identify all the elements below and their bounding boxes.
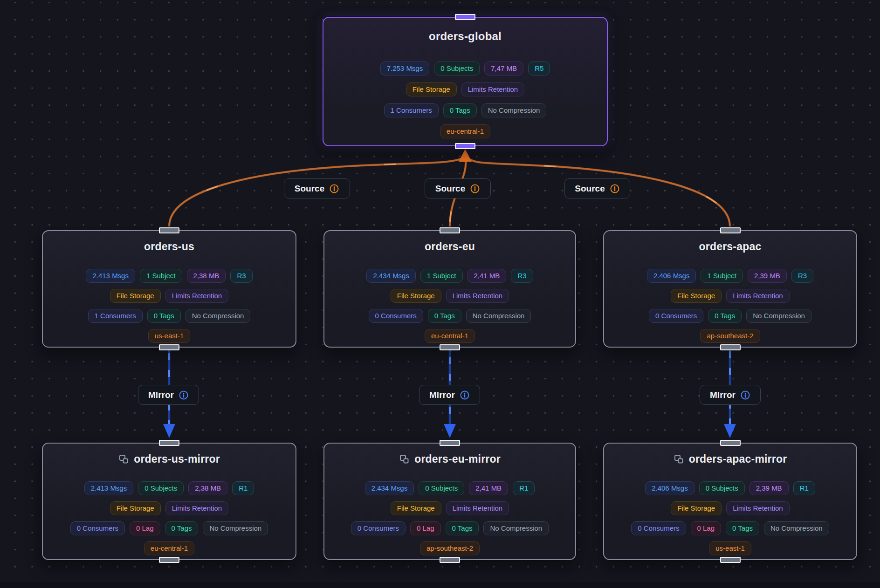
badge-consumers: 0 Consumers bbox=[351, 521, 406, 535]
badge-row: us-east-1 bbox=[709, 541, 751, 555]
badge-rows: 2.413 Msgs0 Subjects2,38 MBR1File Storag… bbox=[70, 481, 268, 555]
connection-handle-top[interactable] bbox=[440, 227, 460, 233]
badge-rows: 2.434 Msgs0 Subjects2,41 MBR1File Storag… bbox=[351, 481, 549, 555]
badge-mb: 2,39 MB bbox=[749, 481, 789, 495]
edge-label-text: Source bbox=[435, 184, 465, 194]
connection-handle-top[interactable] bbox=[440, 440, 460, 446]
badge-region: ap-southeast-2 bbox=[700, 329, 760, 343]
badge-storage: File Storage bbox=[391, 501, 441, 515]
badge-lag: 0 Lag bbox=[130, 521, 160, 535]
badge-msgs: 2.413 Msgs bbox=[86, 269, 135, 283]
stream-node-orders-eu[interactable]: orders-eu 2.434 Msgs1 Subject2,41 MBR3Fi… bbox=[323, 230, 576, 348]
badge-row: eu-central-1 bbox=[144, 541, 194, 555]
info-icon[interactable] bbox=[610, 184, 620, 194]
stream-node-orders-us-mirror[interactable]: orders-us-mirror 2.413 Msgs0 Subjects2,3… bbox=[42, 443, 296, 560]
connection-handle-bottom[interactable] bbox=[720, 344, 741, 350]
badge-rows: 2.413 Msgs1 Subject2,38 MBR3File Storage… bbox=[86, 269, 252, 343]
connection-handle-top[interactable] bbox=[720, 440, 741, 446]
connection-handle-bottom[interactable] bbox=[159, 344, 179, 350]
badge-tags: 0 Tags bbox=[428, 309, 461, 323]
badge-tags: 0 Tags bbox=[708, 309, 742, 323]
connection-handle-top[interactable] bbox=[159, 227, 179, 233]
badge-msgs: 7.253 Msgs bbox=[380, 62, 430, 75]
badge-replicas: R3 bbox=[230, 269, 252, 283]
badge-rows: 7.253 Msgs0 Subjects7,47 MBR5File Storag… bbox=[380, 62, 550, 138]
info-icon[interactable] bbox=[740, 390, 750, 400]
edge-label-source-middle[interactable]: Source bbox=[425, 178, 491, 198]
badge-row: 0 Consumers0 TagsNo Compression bbox=[649, 309, 811, 323]
node-title: orders-global bbox=[429, 30, 502, 43]
stream-node-orders-apac-mirror[interactable]: orders-apac-mirror 2.406 Msgs0 Subjects2… bbox=[603, 443, 857, 560]
badge-region: eu-central-1 bbox=[144, 541, 194, 555]
badge-region: ap-southeast-2 bbox=[420, 541, 480, 555]
badge-rows: 2.434 Msgs1 Subject2,41 MBR3File Storage… bbox=[366, 269, 533, 343]
badge-msgs: 2.434 Msgs bbox=[366, 269, 416, 283]
badge-compression: No Compression bbox=[746, 309, 811, 323]
connection-handle-bottom[interactable] bbox=[440, 557, 460, 563]
connection-handle-bottom[interactable] bbox=[159, 557, 179, 563]
badge-tags: 0 Tags bbox=[165, 521, 199, 535]
edge-label-mirror-right[interactable]: Mirror bbox=[700, 385, 761, 405]
connection-handle-bottom[interactable] bbox=[440, 344, 460, 350]
badge-storage: File Storage bbox=[671, 501, 722, 515]
badge-row: 2.413 Msgs0 Subjects2,38 MBR1 bbox=[84, 481, 254, 495]
badge-consumers: 0 Consumers bbox=[70, 521, 125, 535]
badge-mb: 2,39 MB bbox=[748, 269, 787, 283]
badge-replicas: R3 bbox=[511, 269, 533, 283]
badge-row: 0 Consumers0 Lag0 TagsNo Compression bbox=[351, 521, 549, 535]
badge-subjects: 0 Subjects bbox=[699, 481, 745, 495]
node-title: orders-us bbox=[144, 240, 194, 253]
graph-canvas[interactable]: Source Source Source Mirror Mirror bbox=[0, 0, 880, 588]
badge-retention: Limits Retention bbox=[446, 501, 509, 515]
edge-label-mirror-left[interactable]: Mirror bbox=[138, 385, 199, 405]
badge-subjects: 1 Subject bbox=[140, 269, 182, 283]
badge-mb: 7,47 MB bbox=[484, 62, 523, 75]
badge-row: us-east-1 bbox=[148, 329, 191, 343]
badge-row: File StorageLimits Retention bbox=[110, 501, 228, 515]
connection-handle-bottom[interactable] bbox=[720, 557, 741, 563]
badge-msgs: 2.434 Msgs bbox=[365, 481, 414, 495]
edge-label-mirror-middle[interactable]: Mirror bbox=[419, 385, 480, 405]
badge-subjects: 0 Subjects bbox=[434, 62, 480, 75]
mirror-arrowhead-left bbox=[163, 424, 175, 438]
badge-rows: 2.406 Msgs1 Subject2,39 MBR3File Storage… bbox=[647, 269, 813, 343]
edge-label-text: Source bbox=[295, 184, 324, 194]
connection-handle-bottom[interactable] bbox=[455, 143, 475, 149]
badge-consumers: 1 Consumers bbox=[88, 309, 143, 323]
badge-row: File StorageLimits Retention bbox=[406, 82, 524, 96]
info-icon[interactable] bbox=[470, 184, 480, 194]
badge-mb: 2,38 MB bbox=[187, 269, 226, 283]
source-arrowhead bbox=[459, 149, 472, 162]
badge-mb: 2,41 MB bbox=[468, 269, 507, 283]
connection-handle-top[interactable] bbox=[720, 227, 741, 233]
badge-msgs: 2.413 Msgs bbox=[84, 481, 134, 495]
node-title: orders-eu bbox=[425, 240, 475, 253]
badge-msgs: 2.406 Msgs bbox=[645, 481, 694, 495]
viewport-bottom-edge bbox=[0, 582, 880, 588]
badge-compression: No Compression bbox=[466, 309, 531, 323]
info-icon[interactable] bbox=[329, 184, 339, 194]
edge-label-source-left[interactable]: Source bbox=[284, 178, 350, 198]
stream-node-orders-global[interactable]: orders-global 7.253 Msgs0 Subjects7,47 M… bbox=[323, 17, 608, 146]
badge-row: ap-southeast-2 bbox=[700, 329, 760, 343]
connection-handle-top[interactable] bbox=[159, 440, 179, 446]
badge-row: 2.406 Msgs1 Subject2,39 MBR3 bbox=[647, 269, 813, 283]
badge-compression: No Compression bbox=[186, 309, 251, 323]
badge-retention: Limits Retention bbox=[165, 501, 229, 515]
stream-node-orders-apac[interactable]: orders-apac 2.406 Msgs1 Subject2,39 MBR3… bbox=[603, 230, 857, 348]
stream-node-orders-eu-mirror[interactable]: orders-eu-mirror 2.434 Msgs0 Subjects2,4… bbox=[323, 443, 576, 560]
stream-node-orders-us[interactable]: orders-us 2.413 Msgs1 Subject2,38 MBR3Fi… bbox=[42, 230, 296, 348]
badge-row: 1 Consumers0 TagsNo Compression bbox=[384, 103, 547, 117]
edge-label-source-right[interactable]: Source bbox=[564, 178, 630, 198]
info-icon[interactable] bbox=[460, 390, 470, 400]
edge-label-text: Mirror bbox=[148, 390, 174, 400]
badge-row: ap-southeast-2 bbox=[420, 541, 480, 555]
info-icon[interactable] bbox=[179, 390, 189, 400]
badge-retention: Limits Retention bbox=[461, 82, 525, 96]
badge-tags: 0 Tags bbox=[726, 521, 759, 535]
badge-retention: Limits Retention bbox=[446, 289, 509, 303]
badge-compression: No Compression bbox=[483, 521, 549, 535]
badge-region: us-east-1 bbox=[148, 329, 191, 343]
badge-retention: Limits Retention bbox=[726, 501, 790, 515]
connection-handle-top[interactable] bbox=[455, 14, 475, 20]
